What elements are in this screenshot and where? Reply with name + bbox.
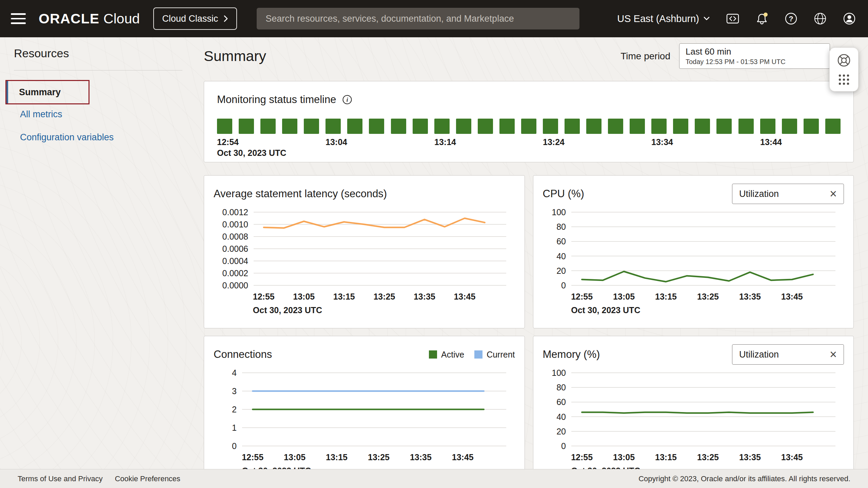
svg-text:0.0004: 0.0004: [222, 256, 249, 266]
svg-text:12:55: 12:55: [242, 452, 263, 462]
status-squares: [217, 119, 841, 134]
sidebar-divider: [14, 70, 182, 70]
sidebar-item-all-metrics[interactable]: All metrics: [5, 108, 204, 120]
region-selector[interactable]: US East (Ashburn): [615, 13, 712, 25]
notifications-bell-icon[interactable]: [753, 10, 770, 27]
svg-text:i: i: [346, 97, 348, 103]
chevron-right-icon: [223, 15, 228, 22]
memory-card-title: Memory (%): [543, 348, 600, 361]
svg-text:13:35: 13:35: [739, 452, 761, 462]
status-square: [478, 119, 493, 134]
cookie-preferences-link[interactable]: Cookie Preferences: [115, 474, 180, 483]
cloud-classic-label: Cloud Classic: [162, 14, 218, 24]
time-period-value: Last 60 min: [686, 46, 824, 57]
svg-text:13:25: 13:25: [697, 452, 719, 462]
svg-text:13:05: 13:05: [284, 452, 305, 462]
status-square: [543, 119, 558, 134]
memory-metric-filter[interactable]: Utilization ×: [732, 344, 844, 365]
time-period-select[interactable]: Last 60 min Today 12:53 PM - 01:53 PM UT…: [679, 43, 830, 69]
cpu-metric-filter[interactable]: Utilization ×: [732, 184, 844, 204]
sidebar-item-configuration-variables[interactable]: Configuration variables: [5, 131, 204, 143]
connections-card: Connections Active Current 0123412:5513:…: [204, 336, 525, 488]
svg-text:100: 100: [552, 207, 566, 217]
connections-chart: 0123412:5513:0513:1513:2513:3513:45Oct 3…: [214, 367, 515, 479]
timeline-tick-label: 13:34: [651, 137, 673, 147]
svg-text:12:55: 12:55: [571, 292, 593, 301]
svg-text:13:15: 13:15: [655, 292, 677, 301]
status-square: [521, 119, 536, 134]
svg-text:80: 80: [556, 222, 566, 231]
assistance-ring-icon[interactable]: [836, 53, 852, 68]
svg-text:Oct 30, 2023 UTC: Oct 30, 2023 UTC: [253, 305, 322, 315]
svg-text:12:55: 12:55: [571, 452, 593, 462]
latency-chart: 0.00000.00020.00040.00060.00080.00100.00…: [214, 206, 515, 318]
sidebar-item-summary[interactable]: Summary: [5, 80, 90, 104]
oracle-cloud-logo[interactable]: ORACLE Cloud: [39, 11, 140, 27]
svg-text:13:35: 13:35: [410, 452, 432, 462]
svg-text:3: 3: [232, 386, 237, 396]
sidebar-nav: Summary All metrics Configuration variab…: [5, 80, 204, 143]
remove-filter-icon[interactable]: ×: [830, 348, 837, 361]
cpu-card: CPU (%) Utilization × 02040608010012:551…: [533, 175, 854, 328]
sidebar-title: Resources: [14, 47, 204, 60]
chevron-down-icon: [703, 16, 710, 21]
status-square: [782, 119, 797, 134]
svg-text:1: 1: [232, 423, 237, 432]
developer-tools-icon[interactable]: [724, 10, 741, 27]
status-square: [391, 119, 406, 134]
status-square: [369, 119, 384, 134]
svg-text:0.0012: 0.0012: [222, 207, 248, 217]
svg-text:20: 20: [556, 266, 566, 276]
timeline-tick-label: 12:54: [217, 137, 239, 147]
svg-text:0.0002: 0.0002: [222, 268, 248, 278]
svg-text:13:45: 13:45: [454, 292, 475, 301]
status-square: [586, 119, 601, 134]
svg-text:13:15: 13:15: [655, 452, 677, 462]
resources-sidebar: Resources Summary All metrics Configurat…: [0, 37, 204, 488]
floating-widget[interactable]: [829, 47, 859, 92]
svg-text:0: 0: [232, 441, 237, 451]
svg-text:0: 0: [561, 281, 566, 290]
topbar-actions: US East (Ashburn) ?: [615, 10, 858, 27]
charts-row-2: Connections Active Current 0123412:5513:…: [204, 336, 854, 488]
svg-text:100: 100: [552, 368, 566, 378]
topbar: ORACLE Cloud Cloud Classic US East (Ashb…: [0, 0, 868, 37]
timeline-tick-label: 13:14: [434, 137, 456, 147]
time-period-detail: Today 12:53 PM - 01:53 PM UTC: [686, 58, 824, 66]
status-square: [738, 119, 754, 134]
page-title: Summary: [204, 47, 266, 65]
latency-card-title: Average statement latency (seconds): [214, 188, 387, 200]
search-input[interactable]: [257, 8, 579, 29]
remove-filter-icon[interactable]: ×: [830, 188, 837, 200]
info-icon[interactable]: i: [342, 94, 353, 105]
app-grid-icon[interactable]: [837, 73, 851, 86]
svg-text:?: ?: [789, 15, 793, 23]
timeline-body: 12:5413:0413:1413:2413:3413:44 Oct 30, 2…: [217, 119, 841, 158]
page-header: Summary Time period Last 60 min Today 12…: [204, 43, 854, 69]
status-square: [282, 119, 297, 134]
cpu-card-title: CPU (%): [543, 188, 584, 200]
time-period-label: Time period: [620, 51, 670, 62]
charts-row-1: Average statement latency (seconds) 0.00…: [204, 175, 854, 328]
svg-text:13:45: 13:45: [781, 452, 803, 462]
terms-privacy-link[interactable]: Terms of Use and Privacy: [18, 474, 103, 483]
connections-legend: Active Current: [429, 350, 515, 360]
user-avatar-icon[interactable]: [841, 10, 858, 27]
cloud-classic-button[interactable]: Cloud Classic: [153, 7, 237, 30]
timeline-title: Monitoring status timeline: [217, 94, 336, 106]
help-icon[interactable]: ?: [783, 10, 800, 27]
selected-item-accent: [6, 81, 8, 103]
svg-text:4: 4: [232, 368, 237, 378]
hamburger-menu-icon[interactable]: [9, 10, 27, 27]
notification-dot: [764, 13, 768, 17]
language-globe-icon[interactable]: [812, 10, 829, 27]
svg-text:13:35: 13:35: [414, 292, 435, 301]
status-square: [304, 119, 319, 134]
status-square: [673, 119, 688, 134]
svg-text:60: 60: [556, 237, 566, 246]
svg-text:60: 60: [556, 397, 566, 407]
cpu-chart: 02040608010012:5513:0513:1513:2513:3513:…: [543, 206, 844, 318]
latency-card: Average statement latency (seconds) 0.00…: [204, 175, 525, 328]
svg-text:13:05: 13:05: [613, 292, 635, 301]
timeline-axis: 12:5413:0413:1413:2413:3413:44: [217, 137, 841, 148]
